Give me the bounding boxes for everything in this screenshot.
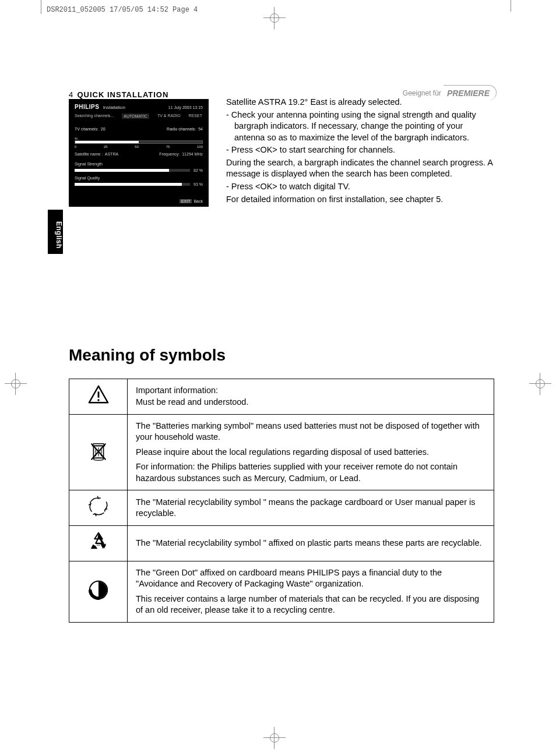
tv-exit-button: EXIT [180,199,192,203]
sat-name-value: ASTRA [105,152,118,156]
symbol-description: The "Material recyclability symbol " mea… [128,490,494,526]
symbol-description: The "Material recyclability symbol " aff… [128,525,494,561]
symbol-para: The "Material recyclability symbol " mea… [136,497,485,520]
page-number: 4 [69,90,73,99]
language-tab: English [48,210,63,254]
registration-mark-right [534,377,547,390]
tv-brand: PHILIPS [75,104,99,110]
registration-mark-bottom [268,732,281,744]
tv-tab-search: Searching channels... [75,114,114,119]
svg-text:02: 02 [96,543,100,546]
body-bullet-1: - Check your antenna pointing using the … [226,109,494,144]
scale-tick: 100 [197,145,203,149]
progress-bar [75,140,203,144]
symbol-para: The "Batteries marking symbol" means use… [136,421,485,443]
scale-tick: 75 [166,145,170,149]
premiere-logo: PREMIERE [445,87,494,99]
footer-right-text: Geeignet für [403,89,441,97]
registration-mark-left [9,377,22,390]
svg-point-6 [93,458,103,460]
radio-channels-value: 54 [198,127,203,131]
symbol-para: The "Material recyclability symbol " aff… [136,538,485,549]
footer-section: QUICK INSTALLATION [77,90,168,99]
tv-tab-reset: RESET [189,114,202,119]
tv-back-button: Back [193,199,203,203]
table-row: Important information: Must be read and … [69,379,494,415]
trim-mark [511,0,511,12]
warning-icon [69,379,128,415]
table-row: The "Green Dot" affixed on cardboard mea… [69,561,494,622]
body-p3: For detailed information on first instal… [226,194,494,206]
crop-mark-header: DSR2011_052005 17/05/05 14:52 Page 4 [47,6,198,14]
signal-strength-label: Signal Strength [75,162,203,166]
tv-tab-tvradio: TV & RADIO [157,114,181,119]
scale-tick: 25 [104,145,108,149]
sat-name-label: Satellite name : [75,152,103,156]
section-title: Meaning of symbols [69,346,226,365]
symbol-para: Important information: Must be read and … [136,385,485,408]
symbol-description: The "Green Dot" affixed on cardboard mea… [128,561,494,622]
tv-mode: Installation [103,105,125,110]
tv-datetime: 11 July 2003 13:15 [168,105,203,109]
symbol-description: Important information: Must be read and … [128,379,494,415]
signal-strength-value: 82 % [193,168,203,172]
green-dot-icon [69,561,128,622]
registration-mark-top [268,12,281,24]
body-bullet-2: - Press <OK> to start searching for chan… [226,144,494,156]
signal-quality-label: Signal Quality [75,176,203,180]
symbols-table: Important information: Must be read and … [69,379,494,623]
tv-channels-label: TV channels: [75,127,98,131]
symbol-description: The "Batteries marking symbol" means use… [128,414,494,490]
signal-quality-value: 93 % [193,182,203,186]
page-footer: 4 QUICK INSTALLATION Geeignet für PREMIE… [69,87,494,99]
scale-tick: 0 [75,145,76,149]
recycle-arrows-icon [69,490,128,526]
symbol-para: The "Green Dot" affixed on cardboard mea… [136,567,485,590]
body-text: Satellite ASTRA 19.2° East is already se… [226,97,494,206]
tv-screenshot: PHILIPS Installation 11 July 2003 13:15 … [69,99,209,207]
body-bullet-3: - Press <OK> to watch digital TV. [226,181,494,193]
freq-label: Frequency: [159,152,180,156]
svg-point-1 [97,399,99,401]
symbol-para: Please inquire about the local regulatio… [136,447,485,458]
crossed-bin-icon [69,414,128,490]
symbol-para: For information: the Philips batteries s… [136,461,485,484]
scale-tick: 50 [135,145,139,149]
symbol-para: This receiver contains a large number of… [136,594,485,616]
freq-value: 11294 MHz [182,152,203,156]
table-row: The "Batteries marking symbol" means use… [69,414,494,490]
tv-tab-auto: AUTOMATIC [122,114,149,119]
table-row: The "Material recyclability symbol " mea… [69,490,494,526]
radio-channels-label: Radio channels: [167,127,196,131]
body-p2: During the search, a bargraph indicates … [226,157,494,180]
recycle-triangle-icon: 02 [69,525,128,561]
tv-channels-value: 20 [101,127,105,131]
trim-mark [41,0,41,14]
table-row: 02The "Material recyclability symbol " a… [69,525,494,561]
